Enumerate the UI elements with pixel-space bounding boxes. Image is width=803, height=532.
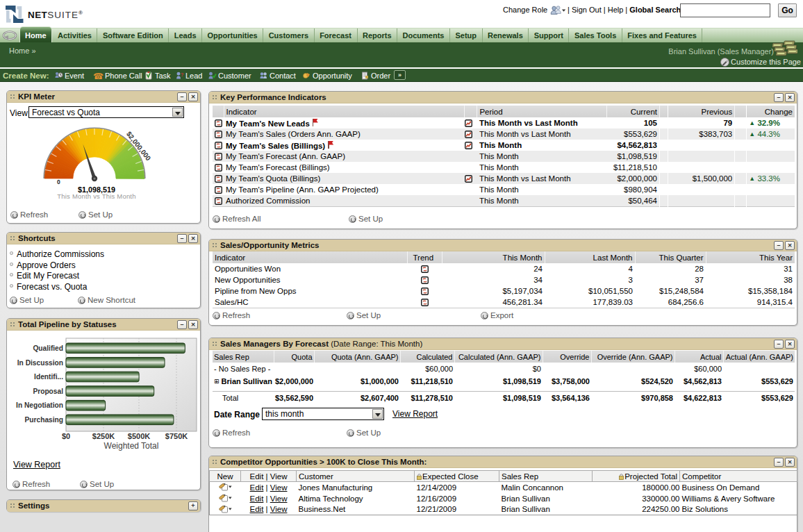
svg-text:Identifi...: Identifi... xyxy=(34,373,63,381)
svg-text:Proposal: Proposal xyxy=(33,388,63,395)
svg-text:0: 0 xyxy=(57,178,60,185)
svg-text:$0: $0 xyxy=(62,432,70,440)
svg-text:$750K: $750K xyxy=(165,432,188,440)
svg-text:Weighted Total: Weighted Total xyxy=(104,441,159,451)
svg-text:In Discussion: In Discussion xyxy=(17,359,63,367)
svg-text:?: ? xyxy=(181,72,183,77)
svg-text:In Negotiation: In Negotiation xyxy=(16,401,63,409)
svg-text:This Month vs This Month: This Month vs This Month xyxy=(57,192,135,200)
svg-text:$250K: $250K xyxy=(92,432,115,440)
svg-text:$500K: $500K xyxy=(128,432,150,440)
svg-text:Purchasing: Purchasing xyxy=(25,416,63,424)
svg-text:Qualified: Qualified xyxy=(33,344,63,352)
